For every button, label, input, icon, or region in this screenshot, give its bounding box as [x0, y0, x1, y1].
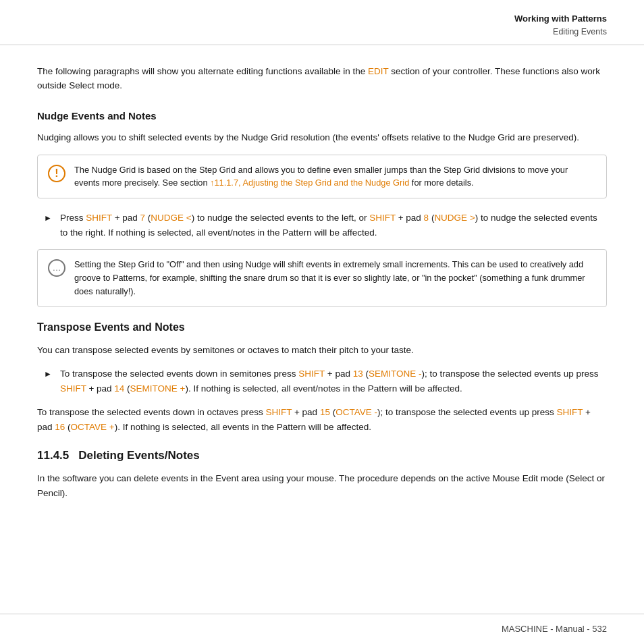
page: Working with Patterns Editing Events The… — [0, 0, 644, 644]
header-title: Working with Patterns — [37, 12, 607, 26]
deleting-intro-text: In the software you can delete events in… — [37, 471, 607, 500]
transpose-para2: To transpose the selected events down in… — [37, 405, 607, 434]
octave-plus: OCTAVE + — [71, 422, 115, 432]
pad-13: 13 — [353, 369, 363, 379]
page-header: Working with Patterns Editing Events — [0, 0, 644, 45]
intro-text-pre: The following paragraphs will show you a… — [37, 66, 368, 76]
warning-icon: ! — [47, 164, 66, 183]
semitone-minus: SEMI­TONE - — [369, 369, 422, 379]
nudge-bullet-text: Press SHIFT + pad 7 (NUDGE <) to nudge t… — [60, 211, 607, 240]
pad-8: 8 — [424, 213, 429, 223]
intro-paragraph: The following paragraphs will show you a… — [37, 64, 607, 93]
nudge-section-heading: Nudge Events and Notes — [37, 108, 607, 124]
exclamation-icon: ! — [48, 165, 65, 182]
callout-nudge-grid-text: The Nudge Grid is based on the Step Grid… — [74, 163, 595, 190]
pad-7: 7 — [140, 213, 146, 223]
pad-16: 16 — [55, 422, 65, 432]
page-footer: MASCHINE - Manual - 532 — [0, 614, 644, 644]
bullet-arrow-icon-2: ► — [44, 368, 52, 381]
speech-bubble-icon: … — [48, 259, 65, 277]
callout-box-nudge-grid: ! The Nudge Grid is based on the Step Gr… — [37, 155, 607, 199]
shift-keyword-4: SHIFT — [60, 383, 86, 394]
callout-link[interactable]: ↑11.1.7, Adjusting the Step Grid and the… — [210, 178, 409, 188]
shift-keyword-5: SHIFT — [265, 407, 292, 417]
footer-text: MASCHINE - Manual - 532 — [502, 622, 607, 636]
shift-keyword-3: SHIFT — [298, 369, 325, 379]
nudge-left-keyword: NUDGE < — [151, 213, 191, 223]
semitone-plus: SEMITONE + — [130, 383, 186, 394]
intro-edit-highlight: EDIT — [368, 66, 389, 76]
section-number: 11.4.5 — [37, 447, 69, 464]
shift-keyword-2: SHIFT — [369, 213, 396, 223]
header-subtitle: Editing Events — [37, 26, 607, 38]
transpose-bullet-item: ► To transpose the selected events down … — [44, 367, 607, 396]
section-title: Deleting Events/Notes — [78, 447, 200, 464]
nudge-intro-text: Nudging allows you to shift selected eve… — [37, 130, 607, 145]
callout-box-nudge-tip: … Setting the Step Grid to "Off" and the… — [37, 249, 607, 306]
callout-nudge-tip-text: Setting the Step Grid to "Off" and then … — [74, 258, 595, 298]
shift-keyword-6: SHIFT — [557, 407, 583, 417]
main-content: The following paragraphs will show you a… — [0, 45, 644, 614]
transpose-bullet-text: To transpose the selected events down in… — [60, 367, 607, 396]
octave-minus: OCTAVE - — [336, 407, 377, 417]
speech-icon: … — [47, 259, 66, 277]
transpose-section-heading: Transpose Events and Notes — [37, 319, 607, 336]
transpose-intro-text: You can transpose selected events by sem… — [37, 343, 607, 358]
callout-text-post: for more details. — [409, 178, 473, 188]
nudge-bullet-item: ► Press SHIFT + pad 7 (NUDGE <) to nudge… — [44, 211, 607, 240]
nudge-right-keyword: NUDGE > — [434, 213, 475, 223]
pad-14: 14 — [114, 383, 124, 394]
deleting-section-heading: 11.4.5 Deleting Events/Notes — [37, 447, 607, 464]
pad-15: 15 — [320, 407, 330, 417]
bullet-arrow-icon: ► — [44, 212, 52, 225]
shift-keyword-1: SHIFT — [86, 213, 112, 223]
